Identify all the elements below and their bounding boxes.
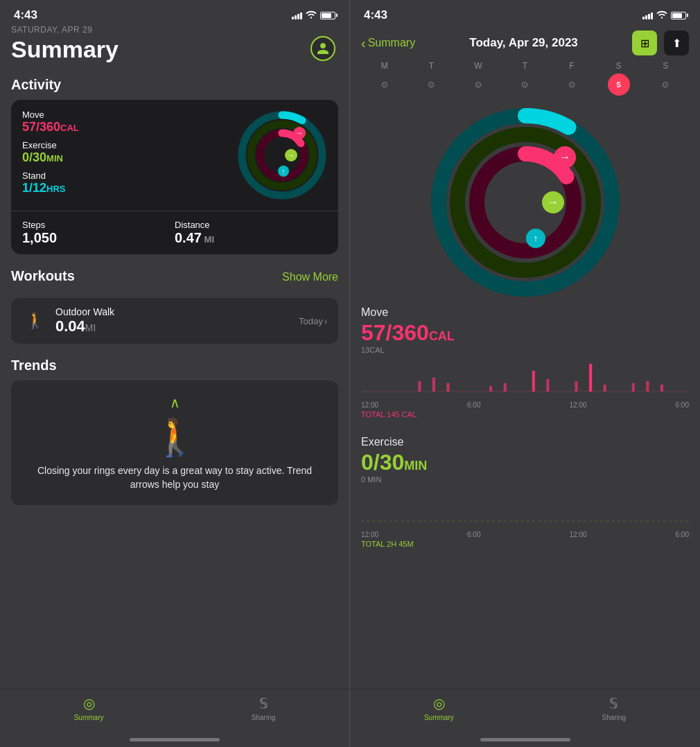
svg-rect-32 — [575, 381, 577, 392]
time-left: 4:43 — [14, 8, 37, 22]
move-unit: CAL — [60, 123, 79, 133]
cal-day-t2[interactable]: T ⊙ — [509, 61, 540, 96]
walk-icon: 🚶 — [22, 308, 47, 333]
person-icon — [316, 42, 330, 55]
activity-section-title: Activity — [11, 77, 338, 93]
activity-bottom: Steps 1,050 Distance 0.47 MI — [11, 211, 338, 254]
svg-text:→: → — [559, 151, 570, 163]
profile-button[interactable] — [310, 36, 335, 61]
trends-card: ∧ 🚶 Closing your rings every day is a gr… — [11, 380, 338, 505]
trends-title: Trends — [11, 358, 338, 374]
svg-rect-26 — [432, 378, 435, 392]
detail-exercise-value: 0/30MIN — [361, 450, 689, 475]
stand-label: Stand — [22, 170, 237, 181]
header-actions: ⊞ ⬆ — [632, 30, 689, 55]
exercise-unit: MIN — [46, 153, 63, 164]
svg-text:↑: ↑ — [533, 233, 538, 244]
detail-move-section: Move 57/360CAL 13CAL — [361, 306, 689, 419]
cal-day-t1[interactable]: T ⊙ — [416, 61, 446, 96]
summary-icon-left: ◎ — [83, 695, 95, 712]
detail-move-value: 57/360CAL — [361, 320, 689, 346]
activity-card[interactable]: Move 57/360CAL Exercise 0/30MIN — [11, 100, 338, 254]
move-label: Move — [22, 109, 237, 120]
activity-rings-small: → → ↑ — [237, 110, 327, 200]
steps-metric: Steps 1,050 — [22, 220, 175, 246]
cal-icon-m: ⊙ — [381, 80, 388, 89]
exercise-chart-total: TOTAL 2H 45M — [361, 540, 689, 548]
move-stat: Move 57/360CAL — [22, 109, 237, 134]
exercise-chart — [361, 486, 689, 528]
stand-stat: Stand 1/12HRS — [22, 170, 237, 195]
time-right: 4:43 — [364, 8, 387, 22]
svg-rect-25 — [418, 381, 421, 392]
steps-label: Steps — [22, 220, 175, 230]
detail-move-label: Move — [361, 306, 689, 319]
exercise-chart-top-label: 0 MIN — [361, 475, 689, 484]
header-date: Today, Apr 29, 2023 — [421, 36, 627, 50]
sharing-label-left: Sharing — [252, 714, 275, 721]
back-label: Summary — [368, 37, 415, 49]
svg-rect-31 — [546, 379, 549, 392]
distance-unit: MI — [202, 234, 214, 245]
cal-icon-t1: ⊙ — [428, 80, 435, 89]
exercise-time-labels: 12:00 6:00 12:00 6:00 — [361, 531, 689, 538]
home-indicator-right — [480, 738, 570, 741]
stand-amount: 1/12 — [22, 181, 46, 195]
chevron-right-icon: › — [324, 316, 327, 326]
svg-rect-34 — [604, 385, 606, 392]
calendar-icon: ⊞ — [640, 37, 649, 50]
summary-icon-right: ◎ — [433, 695, 445, 712]
summary-label-right: Summary — [424, 714, 454, 721]
cal-day-s2[interactable]: S ⊙ — [650, 61, 681, 96]
trend-figure: 🚶 — [152, 416, 198, 459]
share-button[interactable]: ⬆ — [664, 30, 689, 55]
detail-exercise-section: Exercise 0/30MIN 0 MIN 12:00 6:00 12:00 … — [361, 436, 689, 548]
exercise-value: 0/30MIN — [22, 150, 237, 165]
cal-today-label: S — [616, 81, 621, 89]
cal-day-m[interactable]: M ⊙ — [369, 61, 400, 96]
exercise-chart-svg — [361, 486, 689, 528]
right-phone: 4:43 ‹ Summary Today, Apr 29, 2023 ⊞ — [350, 0, 700, 747]
detail-header: ‹ Summary Today, Apr 29, 2023 ⊞ ⬆ — [350, 25, 700, 58]
move-chart-total: TOTAL 145 CAL — [361, 410, 689, 419]
move-chart-top-label: 13CAL — [361, 346, 689, 354]
move-time-labels: 12:00 6:00 12:00 6:00 — [361, 401, 689, 409]
svg-text:→: → — [288, 151, 295, 159]
workout-unit: MI — [85, 322, 96, 333]
nav-summary-right[interactable]: ◎ Summary — [424, 695, 454, 721]
stand-value: 1/12HRS — [22, 181, 237, 195]
workout-info: Outdoor Walk 0.04MI — [55, 306, 290, 335]
rings-svg-large: → → ↑ — [428, 105, 622, 299]
divider-1 — [361, 430, 689, 430]
exercise-amount: 0/30 — [22, 150, 46, 164]
back-button[interactable]: ‹ Summary — [361, 35, 415, 51]
detail-exercise-label: Exercise — [361, 436, 689, 448]
cal-day-f[interactable]: F ⊙ — [557, 61, 587, 96]
status-bar-right: 4:43 — [350, 0, 700, 25]
svg-rect-30 — [532, 371, 535, 392]
nav-sharing-right[interactable]: 𝕊 Sharing — [602, 695, 626, 721]
wifi-icon — [306, 10, 317, 21]
move-chart — [361, 357, 689, 398]
calendar-button[interactable]: ⊞ — [632, 30, 657, 55]
nav-sharing-left[interactable]: 𝕊 Sharing — [252, 695, 275, 721]
cal-icon-t2: ⊙ — [521, 80, 528, 89]
cal-day-s1[interactable]: S S — [604, 61, 634, 96]
cal-day-w[interactable]: W ⊙ — [463, 61, 493, 96]
workouts-title: Workouts — [11, 268, 75, 284]
move-chart-svg — [361, 357, 689, 398]
svg-rect-28 — [489, 386, 492, 392]
battery-icon — [320, 12, 335, 19]
exercise-stat: Exercise 0/30MIN — [22, 140, 237, 165]
back-chevron-icon: ‹ — [361, 35, 366, 51]
activity-rings-large: → → ↑ — [428, 105, 622, 299]
svg-rect-33 — [589, 364, 592, 392]
nav-summary-left[interactable]: ◎ Summary — [74, 695, 104, 721]
activity-top: Move 57/360CAL Exercise 0/30MIN — [11, 100, 338, 211]
page-title: Summary — [11, 36, 338, 63]
workout-card[interactable]: 🚶 Outdoor Walk 0.04MI Today › — [11, 298, 338, 344]
exercise-label: Exercise — [22, 140, 237, 150]
cal-icon-w: ⊙ — [475, 80, 482, 89]
show-more-button[interactable]: Show More — [282, 271, 338, 283]
status-icons-right — [642, 10, 686, 21]
